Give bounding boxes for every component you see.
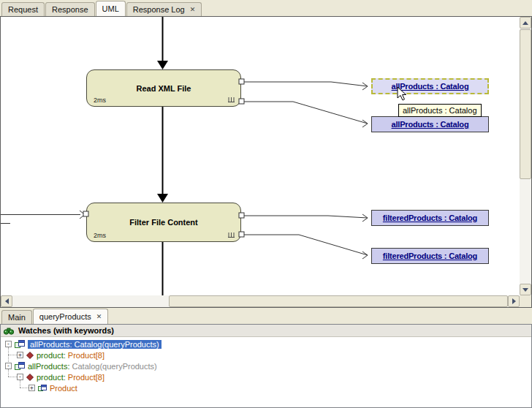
watches-panel: Watches (with keywords) - allProducts: C… — [0, 324, 532, 408]
watches-tree: - allProducts: Catalog(queryProducts) + … — [1, 337, 531, 407]
watch-label: allProducts: Catalog(queryProducts) — [28, 340, 162, 349]
arrow-up-icon — [522, 21, 528, 25]
output-link-allproducts[interactable]: allProducts : Catalog — [371, 116, 489, 132]
tab-request[interactable]: Request — [1, 2, 45, 16]
tab-label: Response Log — [133, 5, 185, 14]
watch-row-allproducts[interactable]: - allProducts: Catalog(queryProducts) — [1, 360, 531, 371]
watch-type: Catalog(queryProducts) — [72, 340, 159, 349]
close-icon[interactable]: ✕ — [190, 7, 196, 13]
diagram-frame: Read XML File 2ms Filter File Content 2m… — [0, 16, 532, 308]
tab-queryproducts[interactable]: queryProducts ✕ — [33, 309, 108, 324]
activity-node-filter-file-content[interactable]: Filter File Content 2ms — [86, 203, 241, 242]
watch-type: Catalog(queryProducts) — [69, 362, 156, 371]
app-window: Request Response UML Response Log ✕ Read… — [0, 0, 532, 408]
output-link-filteredproducts-2[interactable]: filteredProducts : Catalog — [371, 248, 489, 264]
bottom-tab-bar: Main queryProducts ✕ — [0, 308, 532, 324]
arrow-left-icon — [5, 298, 9, 304]
expand-toggle[interactable]: + — [17, 352, 23, 358]
watches-title: Watches (with keywords) — [18, 326, 114, 335]
tab-label: Main — [8, 313, 26, 322]
scroll-left-button[interactable] — [1, 295, 12, 307]
node-duration-badge: 2ms — [94, 232, 106, 239]
vertical-scrollbar[interactable] — [520, 17, 531, 295]
watch-label: product: Product[8] — [37, 351, 104, 360]
watch-row-product-2[interactable]: - product: Product[8] — [1, 371, 531, 382]
close-icon[interactable]: ✕ — [96, 314, 102, 320]
watch-row-product[interactable]: + product: Product[8] — [1, 350, 531, 360]
tab-main[interactable]: Main — [1, 310, 32, 324]
scroll-right-button[interactable] — [508, 295, 520, 307]
tab-uml[interactable]: UML — [96, 1, 126, 16]
watch-variable-icon — [15, 340, 25, 349]
watch-row-product-item[interactable]: + Product — [1, 382, 531, 393]
tab-label: Request — [8, 5, 38, 14]
output-link-label: allProducts : Catalog — [392, 120, 469, 129]
node-title: Filter File Content — [129, 218, 198, 227]
watch-label: allProducts: Catalog(queryProducts) — [28, 362, 157, 371]
output-link-label: filteredProducts : Catalog — [383, 252, 477, 260]
watch-name: product: — [37, 373, 66, 382]
object-icon — [38, 385, 47, 392]
scroll-down-button[interactable] — [520, 284, 531, 295]
watches-header: Watches (with keywords) — [1, 325, 531, 337]
watch-name: Product — [50, 384, 77, 393]
tab-response-log[interactable]: Response Log ✕ — [126, 2, 202, 16]
timing-icon — [227, 230, 236, 238]
node-title: Read XML File — [137, 84, 191, 93]
output-link-label: filteredProducts : Catalog — [383, 214, 477, 222]
timing-icon — [227, 95, 236, 103]
activity-node-read-xml-file[interactable]: Read XML File 2ms — [86, 69, 241, 107]
tab-label: queryProducts — [39, 312, 91, 321]
vertical-scrollbar-thumb[interactable] — [520, 29, 531, 179]
scroll-up-button[interactable] — [520, 17, 531, 29]
scrollbar-corner — [520, 295, 531, 307]
output-link-filteredproducts-1[interactable]: filteredProducts : Catalog — [371, 210, 489, 226]
watches-icon — [3, 326, 15, 336]
watch-label: Product — [50, 384, 77, 393]
tab-label: UML — [102, 4, 119, 13]
collapse-toggle[interactable]: - — [5, 363, 12, 369]
watch-row-allproducts-selected[interactable]: - allProducts: Catalog(queryProducts) — [1, 339, 531, 350]
field-icon — [26, 352, 34, 359]
watch-name: allProducts: — [28, 362, 69, 371]
watch-name: product: — [37, 351, 66, 360]
mouse-cursor-icon — [397, 86, 407, 101]
top-tab-bar: Request Response UML Response Log ✕ — [0, 0, 532, 16]
horizontal-scrollbar[interactable] — [1, 295, 520, 307]
arrow-right-icon — [512, 298, 516, 304]
watch-type: Product[8] — [66, 373, 104, 382]
field-icon — [26, 374, 34, 381]
watch-type: Product[8] — [66, 351, 104, 360]
arrow-down-icon — [522, 288, 528, 292]
horizontal-scrollbar-thumb[interactable] — [169, 295, 508, 307]
watch-variable-icon — [15, 362, 25, 371]
collapse-toggle[interactable]: - — [17, 374, 23, 380]
expand-toggle[interactable]: + — [28, 385, 35, 391]
watch-label: product: Product[8] — [37, 373, 104, 382]
node-duration-badge: 2ms — [94, 97, 106, 104]
collapse-toggle[interactable]: - — [5, 341, 12, 347]
tab-response[interactable]: Response — [45, 2, 95, 16]
uml-canvas[interactable]: Read XML File 2ms Filter File Content 2m… — [1, 17, 520, 295]
tab-label: Response — [52, 5, 88, 14]
tooltip: allProducts : Catalog — [398, 104, 482, 117]
output-link-allproducts-selected[interactable]: allProducts : Catalog — [371, 78, 489, 94]
watch-name: allProducts: — [30, 340, 72, 349]
